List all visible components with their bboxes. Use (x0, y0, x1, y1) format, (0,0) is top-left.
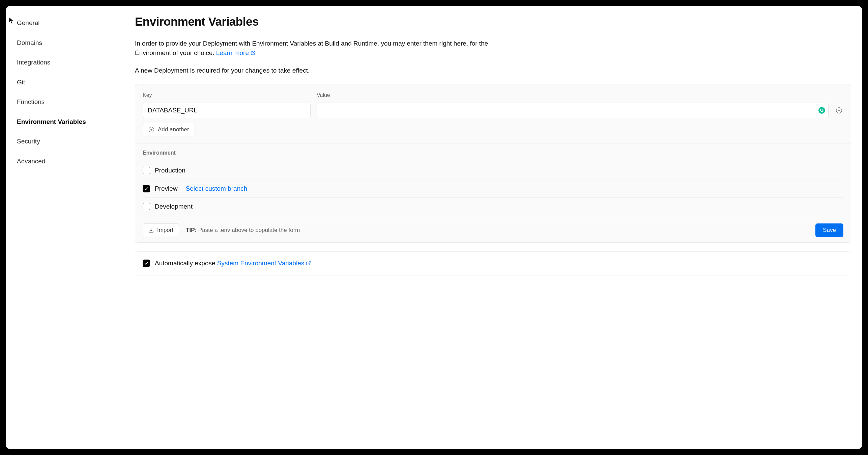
key-column-header: Key (143, 91, 311, 99)
plus-circle-icon (148, 127, 154, 133)
auto-expose-checkbox[interactable] (143, 260, 150, 267)
main-content: Environment Variables In order to provid… (131, 12, 852, 449)
env-var-card: Key Value G Add another (135, 84, 851, 243)
page-title: Environment Variables (135, 13, 851, 31)
sidebar-item-environment-variables[interactable]: Environment Variables (16, 114, 131, 130)
intro-body: In order to provide your Deployment with… (135, 40, 488, 57)
save-button[interactable]: Save (815, 223, 843, 237)
tip-body: Paste a .env above to populate the form (197, 227, 300, 233)
sidebar-item-domains[interactable]: Domains (16, 35, 131, 51)
external-link-icon (251, 49, 256, 58)
learn-more-text: Learn more (216, 49, 249, 56)
grammarly-icon: G (818, 107, 825, 114)
add-another-button[interactable]: Add another (143, 123, 195, 136)
environment-heading: Environment (143, 149, 843, 157)
svg-line-0 (253, 51, 255, 53)
env-value-input[interactable] (317, 103, 829, 118)
env-row-development: Development (143, 198, 843, 216)
value-column-header: Value (317, 91, 843, 99)
sidebar-item-git[interactable]: Git (16, 74, 131, 91)
settings-sidebar: General Domains Integrations Git Functio… (16, 12, 131, 449)
mouse-cursor-icon (9, 17, 14, 24)
redeploy-note: A new Deployment is required for your ch… (135, 66, 851, 76)
preview-label: Preview (155, 184, 178, 194)
sidebar-item-advanced[interactable]: Advanced (16, 153, 131, 170)
env-key-input[interactable] (143, 103, 311, 118)
auto-expose-card: Automatically expose System Environment … (135, 251, 851, 276)
development-label: Development (155, 202, 193, 212)
sidebar-item-security[interactable]: Security (16, 133, 131, 150)
sidebar-item-integrations[interactable]: Integrations (16, 54, 131, 71)
intro-text: In order to provide your Deployment with… (135, 39, 506, 58)
development-checkbox[interactable] (143, 203, 150, 210)
import-button[interactable]: Import (143, 223, 179, 237)
tip-prefix: TIP: (186, 227, 197, 233)
production-checkbox[interactable] (143, 167, 150, 174)
auto-expose-prefix: Automatically expose (155, 260, 217, 267)
production-label: Production (155, 166, 185, 176)
learn-more-link[interactable]: Learn more (216, 49, 256, 56)
sidebar-item-functions[interactable]: Functions (16, 94, 131, 110)
download-icon (148, 228, 154, 233)
auto-expose-text: Automatically expose System Environment … (155, 259, 311, 269)
sidebar-item-general[interactable]: General (16, 15, 131, 31)
import-label: Import (157, 227, 173, 234)
system-env-vars-link[interactable]: System Environment Variables (217, 260, 311, 267)
svg-line-7 (308, 261, 311, 263)
select-custom-branch-link[interactable]: Select custom branch (186, 184, 248, 194)
tip-text: TIP: Paste a .env above to populate the … (186, 226, 300, 235)
env-var-row: G (143, 103, 843, 118)
minus-circle-icon (836, 107, 842, 114)
system-env-vars-link-text: System Environment Variables (217, 260, 304, 267)
env-row-preview: Preview Select custom branch (143, 180, 843, 198)
env-row-production: Production (143, 162, 843, 180)
remove-row-button[interactable] (835, 106, 843, 115)
external-link-icon (306, 259, 311, 269)
preview-checkbox[interactable] (143, 185, 150, 192)
add-another-label: Add another (158, 126, 189, 133)
